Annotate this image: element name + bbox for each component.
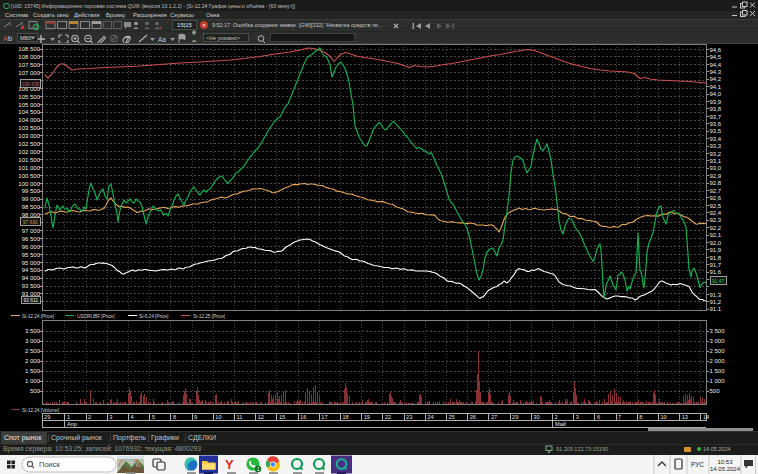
svg-text:11: 11: [237, 414, 243, 420]
svg-text:99 500: 99 500: [22, 188, 41, 194]
svg-text:105 000: 105 000: [18, 102, 40, 108]
svg-text:93,6: 93,6: [710, 121, 722, 127]
svg-text:92,1: 92,1: [710, 232, 722, 238]
svg-text:91,6: 91,6: [710, 269, 722, 275]
svg-text:Si-6.24 [Price]: Si-6.24 [Price]: [139, 313, 169, 319]
svg-text:94,0: 94,0: [710, 91, 722, 97]
svg-text:1 500: 1 500: [710, 368, 726, 374]
svg-text:94,4: 94,4: [710, 62, 722, 68]
svg-text:101 500: 101 500: [18, 157, 40, 163]
svg-text:14: 14: [703, 414, 709, 420]
svg-text:3: 3: [109, 414, 112, 420]
svg-text:4: 4: [131, 414, 134, 420]
svg-text:97 630: 97 630: [23, 220, 38, 225]
svg-text:9: 9: [194, 414, 197, 420]
svg-text:22: 22: [385, 414, 391, 420]
svg-text:108 500: 108 500: [18, 46, 40, 52]
svg-text:Y: Y: [225, 457, 234, 472]
svg-text:94 500: 94 500: [22, 267, 41, 273]
svg-text:30: 30: [533, 414, 539, 420]
svg-text:25: 25: [449, 414, 455, 420]
svg-text:15: 15: [279, 414, 285, 420]
svg-text:1: 1: [67, 414, 70, 420]
svg-text:92,5: 92,5: [710, 203, 722, 209]
svg-text:500: 500: [710, 388, 721, 394]
svg-text:2 500: 2 500: [25, 348, 41, 354]
svg-text:107 000: 107 000: [18, 70, 40, 76]
svg-text:13: 13: [682, 414, 688, 420]
svg-text:27: 27: [491, 414, 497, 420]
svg-text:91,3: 91,3: [710, 292, 722, 298]
svg-text:93,1: 93,1: [710, 158, 722, 164]
svg-text:107 500: 107 500: [18, 62, 40, 68]
svg-text:18: 18: [343, 414, 349, 420]
svg-text:93,4: 93,4: [710, 136, 722, 142]
svg-text:98 500: 98 500: [22, 204, 41, 210]
svg-text:94 000: 94 000: [22, 275, 41, 281]
svg-text:100 500: 100 500: [18, 173, 40, 179]
svg-text:104 000: 104 000: [18, 117, 40, 123]
svg-text:29: 29: [44, 414, 50, 420]
svg-text:94,5: 94,5: [710, 54, 722, 60]
svg-text:92,2: 92,2: [710, 225, 722, 231]
svg-text:8: 8: [639, 414, 642, 420]
svg-text:103 000: 103 000: [18, 133, 40, 139]
svg-text:94,6: 94,6: [710, 47, 722, 53]
svg-text:108 000: 108 000: [18, 54, 40, 60]
svg-text:23: 23: [406, 414, 412, 420]
svg-text:96 000: 96 000: [22, 244, 41, 250]
svg-text:91,8: 91,8: [710, 255, 722, 261]
svg-text:92,9: 92,9: [710, 173, 722, 179]
svg-text:3 000: 3 000: [25, 338, 41, 344]
svg-text:5: 5: [152, 414, 155, 420]
svg-text:2 000: 2 000: [25, 358, 41, 364]
svg-text:94,3: 94,3: [710, 69, 722, 75]
svg-text:2: 2: [88, 414, 91, 420]
svg-text:17: 17: [321, 414, 327, 420]
svg-text:16: 16: [300, 414, 306, 420]
svg-text:92,0: 92,0: [710, 240, 722, 246]
svg-text:26: 26: [470, 414, 476, 420]
svg-text:93,9: 93,9: [710, 99, 722, 105]
svg-text:8: 8: [173, 414, 176, 420]
svg-text:93,8: 93,8: [710, 106, 722, 112]
svg-text:Поиск: Поиск: [39, 460, 61, 469]
svg-text:2: 2: [555, 414, 558, 420]
svg-text:92,3: 92,3: [710, 217, 722, 223]
svg-text:93 500: 93 500: [22, 283, 41, 289]
svg-text:24: 24: [427, 414, 433, 420]
svg-text:1 000: 1 000: [25, 378, 41, 384]
svg-text:3 500: 3 500: [25, 328, 41, 334]
svg-text:92,6: 92,6: [710, 195, 722, 201]
svg-text:93,2: 93,2: [710, 151, 722, 157]
svg-text:29: 29: [512, 414, 518, 420]
svg-text:1 500: 1 500: [25, 368, 41, 374]
svg-text:6: 6: [597, 414, 600, 420]
svg-text:10: 10: [661, 414, 667, 420]
svg-text:14.05.2024: 14.05.2024: [710, 466, 741, 472]
svg-text:500: 500: [30, 388, 41, 394]
svg-text:10:53: 10:53: [717, 459, 733, 465]
svg-text:Май: Май: [555, 421, 566, 427]
svg-text:7: 7: [618, 414, 621, 420]
svg-text:91,9: 91,9: [710, 247, 722, 253]
svg-text:10: 10: [215, 414, 221, 420]
svg-text:93,3: 93,3: [710, 143, 722, 149]
svg-text:95 500: 95 500: [22, 252, 41, 258]
svg-text:93,0: 93,0: [710, 165, 722, 171]
svg-text:19: 19: [364, 414, 370, 420]
svg-text:3: 3: [576, 414, 579, 420]
svg-text:2 500: 2 500: [710, 348, 726, 354]
svg-text:96 500: 96 500: [22, 236, 41, 242]
svg-text:Si-12.25 [Price]: Si-12.25 [Price]: [193, 313, 226, 319]
svg-text:93,5: 93,5: [710, 128, 722, 134]
svg-text:92,7: 92,7: [710, 188, 722, 194]
svg-text:105 500: 105 500: [18, 94, 40, 100]
svg-text:3 500: 3 500: [710, 328, 726, 334]
svg-text:Si-12.24 [Volume]: Si-12.24 [Volume]: [22, 407, 60, 413]
svg-text:2 000: 2 000: [710, 358, 726, 364]
svg-text:РУС: РУС: [691, 461, 704, 468]
svg-text:95 000: 95 000: [22, 260, 41, 266]
svg-text:1 000: 1 000: [710, 378, 726, 384]
svg-text:99 000: 99 000: [22, 196, 41, 202]
